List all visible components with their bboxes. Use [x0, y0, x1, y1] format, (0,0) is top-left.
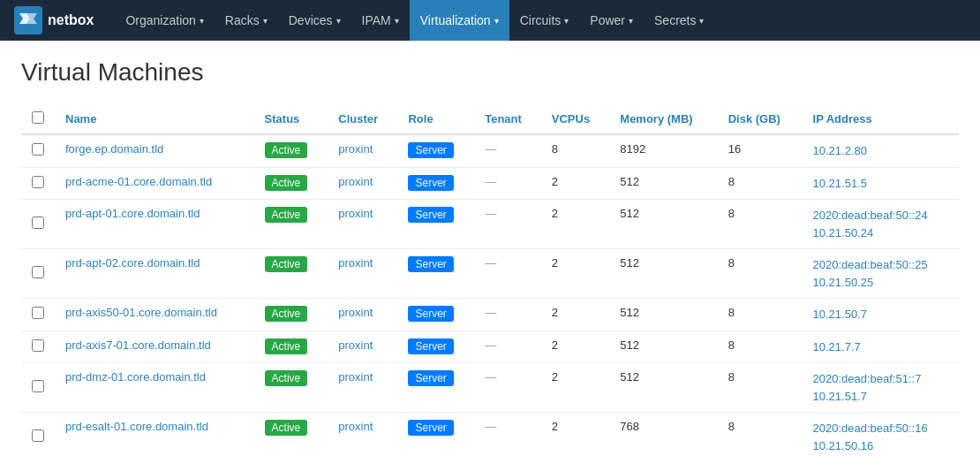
- nav-virtualization[interactable]: Virtualization ▾: [410, 0, 509, 41]
- vm-memory-cell: 768: [609, 413, 717, 457]
- nav-ipam[interactable]: IPAM ▾: [351, 0, 410, 41]
- ip-link[interactable]: 10.21.7.7: [813, 340, 861, 353]
- vm-vcpus-cell: 2: [541, 299, 610, 331]
- row-checkbox[interactable]: [32, 143, 44, 156]
- chevron-down-icon: ▾: [395, 16, 399, 26]
- vm-memory-cell: 512: [609, 200, 717, 249]
- col-disk: Disk (GB): [718, 104, 803, 134]
- cluster-link[interactable]: proxint: [338, 370, 373, 384]
- col-status: Status: [254, 104, 328, 134]
- vm-memory-cell: 8192: [609, 134, 717, 167]
- cluster-link[interactable]: proxint: [338, 306, 373, 319]
- cluster-link[interactable]: proxint: [338, 256, 373, 270]
- vm-name-link[interactable]: prd-axis7-01.core.domain.tld: [65, 338, 211, 352]
- row-checkbox[interactable]: [32, 266, 44, 278]
- nav-secrets[interactable]: Secrets ▾: [644, 0, 714, 41]
- vm-name-cell: prd-axis7-01.core.domain.tld: [55, 331, 254, 363]
- cluster-link[interactable]: proxint: [338, 338, 373, 352]
- cluster-link[interactable]: proxint: [338, 142, 373, 156]
- vm-cluster-cell: proxint: [328, 299, 397, 331]
- row-checkbox[interactable]: [32, 429, 44, 442]
- vm-tenant-cell: —: [474, 331, 541, 363]
- cluster-link[interactable]: proxint: [338, 175, 373, 188]
- chevron-down-icon: ▾: [564, 16, 569, 26]
- brand-logo[interactable]: netbox: [14, 6, 94, 34]
- select-all-checkbox[interactable]: [32, 111, 44, 124]
- chevron-down-icon: ▾: [699, 16, 704, 26]
- vm-status-cell: Active: [254, 413, 328, 457]
- nav-power[interactable]: Power ▾: [579, 0, 644, 41]
- ip-link[interactable]: 10.21.50.16: [813, 439, 874, 452]
- cluster-link[interactable]: proxint: [338, 207, 373, 220]
- vm-cluster-cell: proxint: [328, 134, 397, 167]
- vm-cluster-cell: proxint: [328, 331, 397, 363]
- vm-status-cell: Active: [254, 167, 328, 200]
- cluster-link[interactable]: proxint: [338, 420, 373, 433]
- ip-link[interactable]: 2020:dead:beaf:51::7: [813, 372, 922, 385]
- vm-ip-cell: 10.21.7.7: [803, 331, 959, 363]
- chevron-down-icon: ▾: [336, 16, 341, 26]
- row-checkbox[interactable]: [32, 339, 44, 352]
- status-badge: Active: [265, 420, 308, 436]
- ip-link[interactable]: 2020:dead:beaf:50::24: [813, 209, 928, 222]
- vm-status-cell: Active: [254, 200, 328, 249]
- vm-memory-cell: 512: [609, 299, 717, 331]
- vm-table: Name Status Cluster Role Tenant VCPUs Me…: [21, 104, 959, 456]
- vm-name-link[interactable]: prd-dmz-01.core.domain.tld: [65, 370, 206, 384]
- ip-link[interactable]: 10.21.50.25: [813, 276, 874, 289]
- role-badge: Server: [408, 142, 453, 158]
- nav-devices[interactable]: Devices ▾: [278, 0, 351, 41]
- ip-link[interactable]: 10.21.50.24: [813, 226, 874, 239]
- nav-racks[interactable]: Racks ▾: [215, 0, 278, 41]
- vm-name-link[interactable]: prd-esalt-01.core.domain.tld: [65, 420, 208, 433]
- col-role: Role: [397, 104, 474, 134]
- vm-name-cell: prd-esalt-01.core.domain.tld: [55, 413, 254, 457]
- tenant-value: —: [485, 338, 496, 352]
- vm-cluster-cell: proxint: [328, 200, 397, 249]
- vm-memory-cell: 512: [609, 331, 717, 363]
- vm-ip-cell: 2020:dead:beaf:50::2510.21.50.25: [803, 249, 959, 299]
- vm-vcpus-cell: 2: [541, 200, 610, 249]
- vm-vcpus-cell: 2: [541, 331, 610, 363]
- vm-memory-cell: 512: [609, 249, 717, 299]
- row-checkbox[interactable]: [32, 380, 44, 392]
- role-badge: Server: [408, 338, 453, 354]
- row-checkbox-cell: [21, 134, 55, 167]
- vm-role-cell: Server: [397, 249, 474, 299]
- vm-memory-cell: 512: [609, 363, 717, 413]
- ip-link[interactable]: 10.21.2.80: [813, 144, 867, 157]
- col-vcpus: VCPUs: [541, 104, 610, 134]
- vm-name-link[interactable]: prd-axis50-01.core.domain.tld: [65, 306, 217, 319]
- vm-name-link[interactable]: forge.ep.domain.tld: [65, 142, 163, 156]
- col-tenant: Tenant: [474, 104, 541, 134]
- vm-role-cell: Server: [397, 299, 474, 331]
- vm-name-cell: prd-axis50-01.core.domain.tld: [55, 299, 254, 331]
- vm-name-cell: prd-acme-01.core.domain.tld: [55, 167, 254, 200]
- table-row: forge.ep.domain.tldActiveproxintServer—8…: [21, 134, 959, 167]
- chevron-down-icon: ▾: [200, 16, 204, 26]
- vm-tenant-cell: —: [474, 363, 541, 413]
- tenant-value: —: [485, 306, 496, 319]
- row-checkbox[interactable]: [32, 217, 44, 229]
- row-checkbox-cell: [21, 363, 55, 413]
- nav-organization[interactable]: Organization ▾: [115, 0, 214, 41]
- vm-vcpus-cell: 2: [541, 249, 610, 299]
- row-checkbox[interactable]: [32, 307, 44, 319]
- ip-link[interactable]: 10.21.50.7: [813, 308, 867, 321]
- vm-name-link[interactable]: prd-apt-01.core.domain.tld: [65, 207, 200, 220]
- vm-name-link[interactable]: prd-acme-01.core.domain.tld: [65, 175, 212, 188]
- table-row: prd-apt-02.core.domain.tldActiveproxintS…: [21, 249, 959, 299]
- vm-role-cell: Server: [397, 363, 474, 413]
- row-checkbox[interactable]: [32, 176, 44, 188]
- chevron-down-icon: ▾: [263, 16, 268, 26]
- col-memory: Memory (MB): [609, 104, 717, 134]
- vm-vcpus-cell: 2: [541, 363, 610, 413]
- ip-link[interactable]: 10.21.51.5: [813, 177, 867, 190]
- vm-name-link[interactable]: prd-apt-02.core.domain.tld: [65, 256, 200, 270]
- row-checkbox-cell: [21, 331, 55, 363]
- ip-link[interactable]: 2020:dead:beaf:50::25: [813, 258, 928, 271]
- ip-link[interactable]: 10.21.51.7: [813, 390, 867, 403]
- nav-circuits[interactable]: Circuits ▾: [509, 0, 580, 41]
- vm-vcpus-cell: 8: [541, 134, 610, 167]
- ip-link[interactable]: 2020:dead:beaf:50::16: [813, 422, 928, 435]
